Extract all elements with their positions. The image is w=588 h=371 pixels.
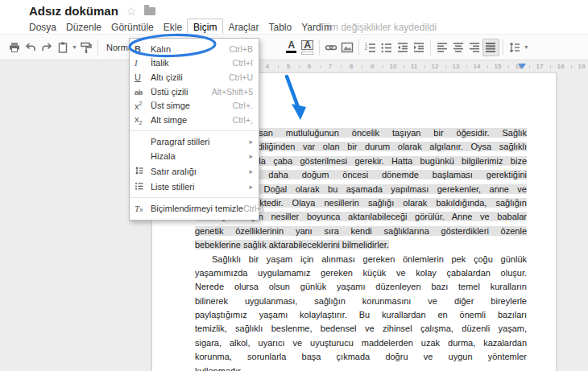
menu-shortcut: Ctrl+U bbox=[229, 72, 253, 82]
dropdown-caret-icon[interactable]: ▾ bbox=[71, 43, 78, 51]
document-line[interactable]: temizlik, sağlıklı beslenme, bedensel ve… bbox=[195, 322, 527, 336]
superscript-icon: x2 bbox=[135, 101, 151, 111]
list-styles-icon bbox=[135, 181, 151, 192]
menu-item-üstü-çizili[interactable]: abÜstü çiziliAlt+Shift+5 bbox=[130, 85, 259, 99]
svg-text:2: 2 bbox=[365, 46, 367, 51]
paste-icon[interactable] bbox=[55, 39, 71, 56]
text-color-icon[interactable]: A bbox=[284, 39, 300, 56]
menubar-item-düzenle[interactable]: Düzenle bbox=[61, 19, 106, 34]
menu-item-label: Liste stilleri bbox=[151, 182, 249, 192]
menu-item-satır-aralığı[interactable]: Satır aralığı▸ bbox=[130, 164, 259, 179]
menu-item-kalın[interactable]: BKalınCtrl+B bbox=[130, 42, 259, 56]
align-left-icon[interactable] bbox=[434, 39, 450, 56]
indent-icon[interactable] bbox=[411, 39, 427, 56]
menu-shortcut: Alt+Shift+5 bbox=[212, 87, 253, 97]
toolbar-separator bbox=[430, 39, 431, 56]
menu-item-alt-simge[interactable]: x2Alt simgeCtrl+, bbox=[130, 113, 259, 127]
dropdown-caret-icon[interactable]: ▾ bbox=[523, 43, 530, 51]
italic-icon: I bbox=[135, 58, 151, 68]
numbered-list-icon[interactable]: 12 bbox=[362, 39, 379, 56]
bullet-list-icon[interactable] bbox=[379, 39, 395, 56]
document-line[interactable]: bilinerek uygulanması, sağlığın korunmas… bbox=[195, 295, 527, 308]
menu-item-label: Üst simge bbox=[151, 101, 233, 110]
document-line[interactable]: bebeklerine sağlık aktarabileceklerini b… bbox=[195, 238, 527, 252]
ruler-tick bbox=[466, 65, 467, 68]
ruler-number: 11 bbox=[408, 63, 420, 70]
document-line[interactable]: genetik özelliklerinin yanı sıra kendi s… bbox=[195, 225, 527, 238]
menu-shortcut: Ctrl+I bbox=[233, 58, 253, 68]
folder-icon[interactable] bbox=[144, 7, 155, 15]
menu-item-label: İtalik bbox=[151, 58, 233, 68]
highlight-color-icon[interactable]: A bbox=[300, 39, 316, 56]
document-line[interactable]: Sağlıklı bir yaşam için alınması gereken… bbox=[195, 253, 527, 266]
align-right-icon[interactable] bbox=[466, 39, 482, 56]
align-center-icon[interactable] bbox=[450, 39, 466, 56]
clear-formatting-icon: Tx bbox=[135, 204, 151, 213]
menu-separator bbox=[130, 197, 259, 198]
strikethrough-icon: ab bbox=[135, 87, 151, 97]
ruler-number: 16 bbox=[513, 63, 524, 70]
ruler-number: 15 bbox=[492, 63, 503, 70]
ruler-tick bbox=[320, 65, 321, 68]
ruler-number: 10 bbox=[387, 63, 399, 70]
menubar-item-biçim[interactable]: Biçim bbox=[187, 19, 223, 34]
document-line[interactable]: Nerede olursa olsun günlük yaşamı düzenl… bbox=[195, 280, 527, 294]
ruler-tick bbox=[383, 65, 383, 68]
menu-item-biçimlendirmeyi-temizle[interactable]: TxBiçimlendirmeyi temizleCtrl+\ bbox=[130, 201, 259, 216]
format-menu-dropdown: BKalınCtrl+BIİtalikCtrl+IUAltı çiziliCtr… bbox=[129, 38, 259, 221]
menu-item-label: Alt simge bbox=[151, 115, 233, 125]
ruler-number: 7 bbox=[325, 63, 336, 70]
menu-item-liste-stilleri[interactable]: Liste stilleri▸ bbox=[130, 179, 259, 194]
app-header: Adsız doküman ☆ DosyaDüzenleGörüntüleEkl… bbox=[0, 0, 588, 34]
menu-item-label: Paragraf stilleri bbox=[151, 137, 249, 146]
paint-format-icon[interactable] bbox=[78, 39, 94, 56]
document-line[interactable]: korunma, sorunlarla başa çıkmada doğru v… bbox=[195, 350, 527, 364]
document-line[interactable]: paylaştığımız yaşamı kolaylaştırır. Bu k… bbox=[195, 308, 527, 322]
toolbar-right-group: AA12▾ bbox=[284, 35, 530, 60]
line-spacing-icon[interactable] bbox=[507, 39, 523, 56]
link-icon[interactable] bbox=[323, 39, 339, 56]
ruler-number: 9 bbox=[366, 63, 378, 70]
menubar-item-tablo[interactable]: Tablo bbox=[263, 19, 296, 34]
ruler-tick bbox=[299, 65, 300, 68]
ruler-number: 5 bbox=[283, 63, 294, 70]
menu-item-altı-çizili[interactable]: UAltı çiziliCtrl+U bbox=[130, 70, 259, 85]
menubar-item-dosya[interactable]: Dosya bbox=[24, 19, 61, 34]
ruler-tick bbox=[341, 65, 342, 68]
star-icon[interactable]: ☆ bbox=[126, 6, 137, 17]
titlebar: Adsız doküman ☆ bbox=[29, 4, 155, 18]
toolbar-separator bbox=[503, 39, 503, 56]
menu-item-hizala[interactable]: Hizala▸ bbox=[130, 149, 259, 164]
ruler-tick bbox=[362, 65, 362, 68]
document-line[interactable]: kullanmadır. bbox=[195, 365, 527, 371]
menu-item-üst-simge[interactable]: x2Üst simgeCtrl+. bbox=[130, 98, 259, 113]
redo-icon[interactable] bbox=[39, 39, 55, 56]
undo-icon[interactable] bbox=[23, 39, 39, 56]
menu-item-i-talik[interactable]: IİtalikCtrl+I bbox=[130, 56, 259, 71]
outdent-icon[interactable] bbox=[395, 39, 411, 56]
menubar-item-ekle[interactable]: Ekle bbox=[159, 19, 187, 34]
ruler-number: 12 bbox=[429, 63, 441, 70]
ruler-number: 6 bbox=[304, 63, 315, 70]
document-line[interactable]: sigara, alkol, uyarıcı ve uyuşturucu mad… bbox=[195, 336, 527, 350]
image-icon[interactable] bbox=[339, 39, 355, 56]
menu-item-label: Satır aralığı bbox=[151, 167, 249, 176]
toolbar-separator bbox=[97, 39, 98, 56]
ruler-number: 14 bbox=[471, 63, 482, 70]
ruler-tick bbox=[529, 65, 530, 68]
menu-item-label: Biçimlendirmeyi temizle bbox=[151, 204, 243, 213]
ruler-tick bbox=[404, 65, 404, 68]
document-line[interactable]: yaşamımızda uygulamamız gereken küçük ve… bbox=[195, 266, 527, 280]
menu-item-label: Üstü çizili bbox=[151, 87, 212, 97]
justify-icon[interactable] bbox=[482, 39, 499, 56]
menu-item-paragraf-stilleri[interactable]: Paragraf stilleri▸ bbox=[130, 134, 259, 150]
selected-text: bebeklerine sağlık aktarabileceklerini b… bbox=[195, 240, 389, 249]
submenu-arrow-icon: ▸ bbox=[249, 183, 253, 191]
print-icon[interactable] bbox=[6, 39, 23, 56]
menu-item-label: Altı çizili bbox=[151, 72, 229, 82]
menubar-item-araçlar[interactable]: Araçlar bbox=[223, 19, 263, 34]
menubar-item-görüntüle[interactable]: Görüntüle bbox=[106, 19, 159, 34]
document-title[interactable]: Adsız doküman bbox=[29, 4, 118, 18]
menu-separator bbox=[130, 130, 259, 131]
menu-shortcut: Ctrl+. bbox=[233, 101, 253, 110]
